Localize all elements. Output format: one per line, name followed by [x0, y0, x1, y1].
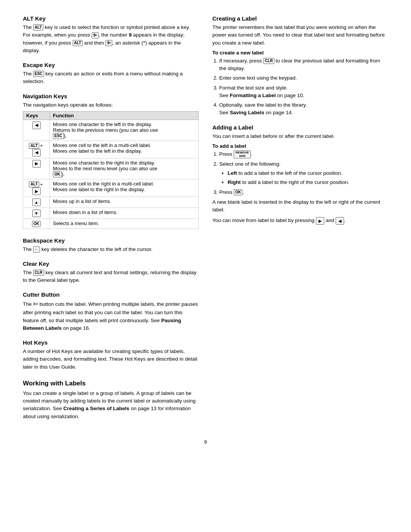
table-header-keys: Keys — [23, 111, 50, 120]
escape-key-title: Escape Key — [23, 62, 199, 68]
nine-key-box: 9• — [92, 32, 99, 38]
cutter-button-section: Cutter Button The ✄ button cuts the labe… — [23, 291, 199, 334]
right-arrow-btn: ▶ — [32, 160, 41, 168]
backspace-key-section: Backspace Key The ← key deletes the char… — [23, 237, 199, 255]
navigation-table: Keys Function ◀ Moves one character to t… — [23, 111, 199, 229]
left-arrow-key-cell: ◀ — [23, 120, 50, 141]
right-arrow-footer: ▶ — [316, 217, 324, 225]
ok-ref-box2: OK — [234, 189, 242, 195]
table-row: ALT+▶ Moves one cell to the right in a m… — [23, 179, 199, 197]
plus-sign1: + — [40, 143, 43, 149]
table-row: ◀ Moves one character to the left in the… — [23, 120, 199, 141]
pausing-labels-bold: Pausing Between Labels — [23, 318, 181, 331]
backspace-key-title: Backspace Key — [23, 237, 199, 244]
escape-key-section: Escape Key The ESC key cancels an action… — [23, 62, 199, 88]
ok-key-box: OK — [32, 221, 41, 227]
create-step-4: Optionally, save the label to the librar… — [219, 101, 388, 117]
alt-right-key-cell: ALT+▶ — [23, 179, 50, 197]
clear-key-section: Clear Key The CLR key clears all current… — [23, 260, 199, 286]
alt-key-body: The ALT key is used to select the functi… — [23, 24, 199, 54]
alt-ref-box2: ALT — [29, 181, 39, 187]
right-bullet: Right to add a label to the right of the… — [228, 179, 388, 186]
working-with-labels-body: You can create a single label or a group… — [23, 390, 199, 420]
right-arrow-desc: Moves one character to the right in the … — [50, 158, 199, 179]
creating-a-label-section: Creating a Label The printer remembers t… — [212, 15, 388, 119]
right-column: Creating a Label The printer remembers t… — [212, 15, 388, 428]
table-header-function: Function — [50, 111, 199, 120]
page-content: ALT Key The ALT key is used to select th… — [23, 15, 388, 428]
ok-ref-box1: OK — [53, 171, 62, 177]
left-arrow-btn: ◀ — [32, 121, 41, 129]
right-arrow-key-cell: ▶ — [23, 158, 50, 179]
navigation-keys-intro: The navigation keys operate as follows: — [23, 101, 199, 109]
alt-key-box: ALT — [33, 24, 43, 30]
left-bullet: Left to add a label to the left of the c… — [228, 169, 388, 177]
saving-labels-bold: Saving Labels — [230, 110, 264, 115]
left-arrow-btn2: ◀ — [32, 149, 41, 157]
add-step-1: Press REMOVEADD. — [219, 150, 388, 158]
adding-a-label-section: Adding a Label You can insert a label be… — [212, 124, 388, 227]
alt-ref-box1: ALT — [29, 143, 39, 149]
create-step-1: If necessary, press CLR to clear the pre… — [219, 57, 388, 73]
escape-key-body: The ESC key cancels an action or exits f… — [23, 70, 199, 86]
table-row: ▲ Moves up in a list of items. — [23, 197, 199, 208]
add-label-closing: A new blank label is inserted in the dis… — [212, 198, 388, 214]
clr-key-box: CLR — [33, 270, 44, 276]
right-bold: Right — [228, 179, 241, 185]
right-arrow-btn2: ▶ — [32, 187, 41, 195]
table-row: ALT+◀ Moves one cell to the left in a mu… — [23, 141, 199, 158]
backspace-key-box: ← — [33, 246, 40, 252]
remove-add-top: REMOVE — [236, 151, 249, 155]
left-column: ALT Key The ALT key is used to select th… — [23, 15, 199, 428]
ok-desc: Selects a menu item. — [50, 219, 199, 229]
hot-keys-body: A number of Hot Keys are available for c… — [23, 348, 199, 371]
clear-key-body: The CLR key clears all current text and … — [23, 269, 199, 284]
left-bold: Left — [228, 170, 237, 176]
adding-a-label-body: You can insert a label before or after t… — [212, 133, 388, 140]
table-row: OK Selects a menu item. — [23, 219, 199, 229]
up-arrow-desc: Moves up in a list of items. — [50, 197, 199, 208]
create-label-steps: If necessary, press CLR to clear the pre… — [219, 57, 388, 117]
add-label-bullets: Left to add a label to the left of the c… — [228, 169, 388, 187]
add-step-3: Press OK. — [219, 189, 388, 196]
cutter-button-title: Cutter Button — [23, 291, 199, 298]
remove-add-bottom: ADD — [239, 154, 245, 158]
navigation-keys-title: Navigation Keys — [23, 93, 199, 99]
working-with-labels-section: Working with Labels You can create a sin… — [23, 378, 199, 422]
table-row: ▼ Moves down in a list of items. — [23, 208, 199, 219]
hot-keys-section: Hot Keys A number of Hot Keys are availa… — [23, 339, 199, 373]
esc-ref-box: ESC — [53, 133, 64, 139]
up-arrow-key-cell: ▲ — [23, 197, 50, 208]
ok-key-cell: OK — [23, 219, 50, 229]
creating-series-bold: Creating a Series of Labels — [64, 406, 129, 411]
navigation-keys-section: Navigation Keys The navigation keys oper… — [23, 93, 199, 232]
adding-a-label-title: Adding a Label — [212, 124, 388, 131]
down-arrow-key-cell: ▼ — [23, 208, 50, 219]
alt-right-desc: Moves one cell to the right in a multi-c… — [50, 179, 199, 197]
cutter-button-body: The ✄ button cuts the label. When printi… — [23, 300, 199, 332]
create-step-3: Format the text size and style. See Form… — [219, 84, 388, 100]
clr-ref-box: CLR — [263, 58, 274, 64]
alt-left-desc: Moves one cell to the left in a multi-ce… — [50, 141, 199, 158]
to-add-label-title: To add a label — [212, 143, 388, 149]
table-row: ▶ Moves one character to the right in th… — [23, 158, 199, 179]
add-label-steps: Press REMOVEADD. Select one of the follo… — [219, 150, 388, 196]
hot-keys-title: Hot Keys — [23, 339, 199, 346]
creating-a-label-title: Creating a Label — [212, 15, 388, 22]
to-create-new-label-title: To create a new label — [212, 50, 388, 56]
alt-key-title: ALT Key — [23, 15, 199, 22]
down-arrow-btn: ▼ — [32, 209, 41, 217]
add-step-2: Select one of the following: Left to add… — [219, 160, 388, 187]
alt-left-key-cell: ALT+◀ — [23, 141, 50, 158]
plus-sign2: + — [40, 182, 43, 187]
create-step-2: Enter some text using the keypad. — [219, 74, 388, 82]
left-arrow-desc: Moves one character to the left in the d… — [50, 120, 199, 141]
left-arrow-footer: ◀ — [336, 217, 344, 225]
esc-key-box: ESC — [33, 71, 44, 77]
working-with-labels-title: Working with Labels — [23, 380, 199, 387]
creating-a-label-body: The printer remembers the last label tha… — [212, 24, 388, 47]
remove-add-btn: REMOVEADD — [234, 150, 251, 158]
up-arrow-btn: ▲ — [32, 198, 41, 206]
page-number: 9 — [23, 439, 388, 445]
formatting-label-bold: Formatting a Label — [230, 93, 276, 98]
